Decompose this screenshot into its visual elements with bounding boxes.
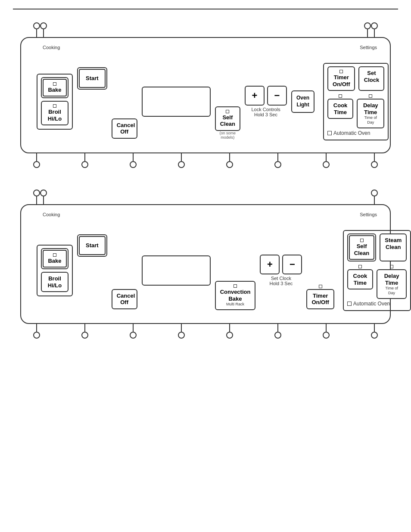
bot-vline-1 — [36, 153, 37, 161]
delay-time-button2[interactable]: DelayTime Time of Day — [377, 269, 407, 299]
d2-bot-col-7 — [323, 324, 330, 339]
cooking-label1: Cooking — [43, 45, 60, 50]
d2-bot-col-5 — [226, 324, 233, 339]
bot-vline-3 — [133, 153, 134, 161]
bot-connector-col-2 — [81, 153, 88, 168]
bot-connector-col-5 — [226, 153, 233, 168]
dot-bot-8 — [371, 161, 378, 168]
cancel-button1[interactable]: CancelOff — [112, 118, 137, 139]
set-clock-label1: SetClock — [364, 70, 379, 83]
settings-section2: SelfClean SteamClean CookTime — [343, 230, 411, 311]
plus-label2: + — [267, 259, 273, 270]
settings-top-row1: TimerOn/Off SetClock — [327, 66, 384, 91]
plus-button1[interactable]: + — [245, 86, 265, 106]
plus-button2[interactable]: + — [260, 255, 280, 274]
bot-connector-col-8 — [371, 153, 378, 168]
timer-onoff-button2[interactable]: TimerOn/Off — [306, 289, 334, 309]
dot-bot-7 — [323, 161, 330, 168]
bot-vline-8 — [374, 153, 375, 161]
connector-col-2 — [40, 22, 47, 37]
bake-button2[interactable]: Bake — [43, 250, 67, 268]
self-clean-button2[interactable]: SelfClean — [349, 235, 374, 260]
dot-bot-1 — [33, 161, 40, 168]
settings-bottom-row2: CookTime DelayTime Time of Day — [347, 265, 407, 299]
plus-label1: + — [252, 90, 258, 101]
bake-btn-outer1: Bake — [41, 77, 68, 99]
conv-bake-group2: ConvectionBake Multi Rack — [215, 281, 256, 310]
minus-button2[interactable]: − — [282, 255, 302, 274]
panel1-inner: Bake BroilHi/Lo Start — [30, 55, 381, 146]
delay-time-label2: DelayTime — [384, 273, 399, 286]
timer-onoff-button1[interactable]: TimerOn/Off — [327, 66, 355, 91]
oven-light-label1: OvenLight — [296, 95, 309, 108]
cook-time-group1: CookTime — [327, 94, 353, 119]
conv-bake-label2: ConvectionBake — [220, 289, 251, 302]
bot-vline-5 — [229, 153, 230, 161]
dot-bot-5 — [226, 161, 233, 168]
top-divider — [13, 9, 398, 9]
dot-bot-3 — [130, 161, 137, 168]
delay-time-sub1: Time of Day — [362, 115, 379, 125]
dot-bot-2 — [81, 161, 88, 168]
convection-bake-button2[interactable]: ConvectionBake Multi Rack — [215, 281, 256, 310]
self-clean-button1[interactable]: SelfClean — [215, 106, 240, 131]
d2-bot-col-6 — [274, 324, 281, 339]
start-label1: Start — [86, 75, 99, 81]
connector-col-1 — [33, 22, 40, 37]
minus-label2: − — [290, 259, 295, 270]
d2-dot-bot-8 — [371, 332, 378, 339]
clean-row2: SelfClean SteamClean — [347, 233, 407, 261]
bake-label1: Bake — [48, 87, 61, 93]
d2-dot-bot-5 — [226, 332, 233, 339]
d2-dot-top-1 — [33, 190, 40, 196]
d2-bot-col-2 — [81, 324, 88, 339]
cancel-label1: CancelOff — [117, 122, 135, 135]
dot-top-4 — [371, 22, 378, 29]
d2-dot-top-2 — [40, 190, 47, 196]
panel2: Cooking Settings Bake BroilHi/L — [20, 204, 391, 324]
delay-time-sub2: Time of Day — [382, 286, 402, 296]
cook-time-button1[interactable]: CookTime — [327, 99, 353, 119]
cook-time-label2: CookTime — [353, 273, 367, 286]
steam-clean-button2[interactable]: SteamClean — [380, 233, 407, 261]
bot-connector-col-3 — [130, 153, 137, 168]
cook-time-button2[interactable]: CookTime — [347, 269, 373, 289]
start-button1[interactable]: Start — [79, 69, 106, 88]
cancel-button2[interactable]: CancelOff — [112, 289, 137, 309]
delay-time-button1[interactable]: DelayTime Time of Day — [357, 99, 384, 128]
broil-label1: BroilHi/Lo — [48, 109, 62, 122]
oven-light-button1[interactable]: OvenLight — [291, 90, 314, 112]
bot-vline-2 — [84, 153, 85, 161]
timer-onoff-label1: TimerOn/Off — [333, 74, 350, 87]
start-label2: Start — [86, 242, 99, 249]
d2-bot-col-8 — [371, 324, 378, 339]
d2-connector-col-2 — [40, 190, 47, 204]
bot-connector-col-4 — [178, 153, 185, 168]
start-button2[interactable]: Start — [79, 236, 106, 255]
settings-section1: TimerOn/Off SetClock CookTime — [323, 63, 389, 140]
d2-bot-col-4 — [178, 324, 185, 339]
dot-bot-6 — [274, 161, 281, 168]
set-clock-button1[interactable]: SetClock — [358, 66, 384, 91]
broil-button2[interactable]: BroilHi/Lo — [41, 272, 68, 292]
auto-oven-checkbox1 — [327, 131, 332, 135]
cancel-label2: CancelOff — [117, 292, 135, 306]
d2-connector-col-1 — [33, 190, 40, 204]
d2-bot-col-3 — [130, 324, 137, 339]
minus-button1[interactable]: − — [267, 86, 287, 106]
auto-oven-text1: Automatic Oven — [333, 130, 370, 136]
settings-label2: Settings — [360, 212, 377, 217]
d2-dot-bot-1 — [33, 332, 40, 339]
bot-connector-col-7 — [323, 153, 330, 168]
bake-button1[interactable]: Bake — [43, 79, 67, 97]
d2-connector-col-3 — [371, 190, 378, 204]
display-screen1 — [142, 87, 211, 117]
connector-col-4 — [371, 22, 378, 37]
broil-button1[interactable]: BroilHi/Lo — [41, 101, 68, 125]
diagram1: Cooking Settings Bake — [20, 22, 391, 168]
d2-dot-bot-7 — [323, 332, 330, 339]
self-clean-note1: (on some models) — [215, 131, 240, 140]
panel2-inner: Bake BroilHi/Lo Start — [30, 222, 381, 316]
dot-top-1 — [33, 22, 40, 29]
d2-dot-top-3 — [371, 190, 378, 196]
